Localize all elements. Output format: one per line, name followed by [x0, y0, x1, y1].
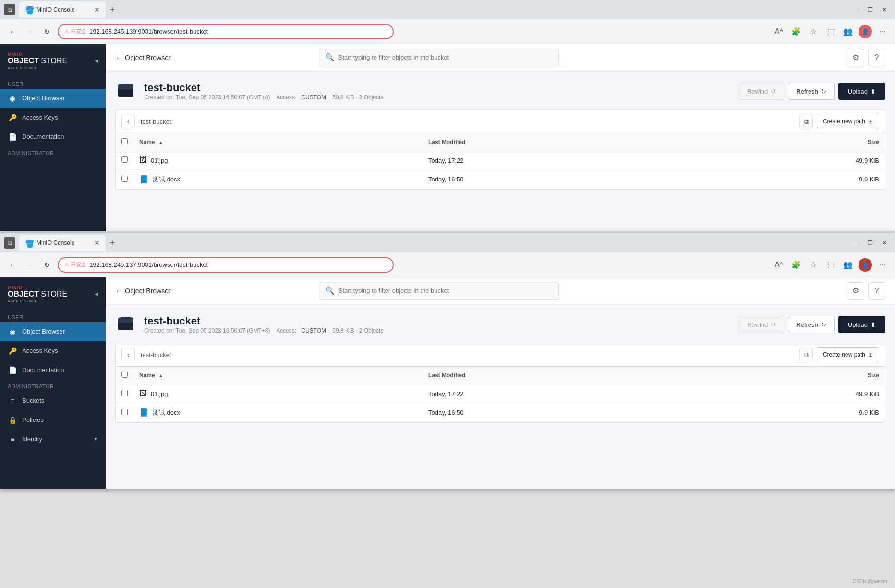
header-size-2[interactable]: Size: [691, 367, 885, 384]
minimize-button-2[interactable]: —: [849, 238, 862, 248]
user-avatar-2[interactable]: 👤: [859, 258, 872, 272]
browser-tab-1[interactable]: 🪣 MinIO Console ✕: [19, 1, 106, 18]
url-bar-2[interactable]: ⚠ 不安全 192.168.245.137:9001/browser/test-…: [58, 257, 394, 273]
menu-icon-1[interactable]: ···: [876, 25, 889, 38]
address-bar-actions-1: Aᴬ 🧩 ☆ ⬚ 👥 👤 ···: [772, 25, 889, 38]
file-icon-1-0: 🖼: [139, 156, 147, 165]
tab-close-1[interactable]: ✕: [94, 6, 100, 13]
rewind-label-1: Rewind: [747, 88, 768, 95]
sidebar-item-documentation-2[interactable]: 📄 Documentation: [0, 360, 106, 380]
path-input-2[interactable]: [139, 348, 796, 361]
reload-button-2[interactable]: ↻: [40, 258, 54, 272]
collections-icon-1[interactable]: ⬚: [824, 25, 837, 38]
search-input-1[interactable]: [339, 54, 553, 61]
sidebar-item-object-browser-1[interactable]: ◉ Object Browser: [0, 89, 106, 108]
copy-path-btn-2[interactable]: ⧉: [799, 348, 813, 361]
tab-switcher-icon[interactable]: ⧉: [4, 4, 15, 15]
create-path-label-2: Create new path: [823, 351, 865, 358]
rewind-button-1[interactable]: Rewind ↺: [739, 83, 784, 100]
path-input-1[interactable]: [139, 115, 796, 128]
close-button-1[interactable]: ✕: [878, 5, 891, 14]
create-path-button-2[interactable]: Create new path ⊞: [817, 347, 879, 362]
sidebar-item-access-keys-1[interactable]: 🔑 Access Keys: [0, 108, 106, 127]
user-avatar-1[interactable]: 👤: [859, 25, 872, 38]
profiles-icon-1[interactable]: 👥: [841, 25, 855, 38]
maximize-button-1[interactable]: ❐: [863, 5, 877, 14]
file-icon-2-0: 🖼: [139, 389, 147, 398]
url-bar-1[interactable]: ⚠ 不安全 192.168.245.139:9001/browser/test-…: [58, 24, 394, 39]
header-name-2[interactable]: Name ▲: [133, 367, 423, 384]
sidebar-collapse-1[interactable]: ◂: [95, 57, 98, 64]
forward-button-2[interactable]: →: [23, 258, 36, 272]
header-last-modified-2[interactable]: Last Modified: [423, 367, 691, 384]
title-bar-1: ⧉ 🪣 MinIO Console ✕ + — ❐ ✕: [0, 0, 895, 19]
refresh-button-1[interactable]: Refresh ↻: [788, 83, 835, 100]
create-path-button-1[interactable]: Create new path ⊞: [817, 114, 879, 129]
path-back-btn-2[interactable]: ‹: [121, 348, 135, 361]
maximize-button-2[interactable]: ❐: [863, 238, 877, 248]
extensions-icon-1[interactable]: 🧩: [789, 25, 803, 38]
row-checkbox-1-0[interactable]: [121, 156, 128, 163]
settings-icon-btn-1[interactable]: ⚙: [847, 49, 864, 66]
back-button-1[interactable]: ←: [6, 25, 19, 38]
table-row[interactable]: 🖼 01.jpg Today, 17:22 49.9 KiB: [116, 384, 885, 403]
sidebar-item-policies-2[interactable]: 🔒 Policies: [0, 410, 106, 430]
search-icon-2: 🔍: [325, 286, 335, 295]
menu-icon-2[interactable]: ···: [876, 258, 889, 272]
header-size-1[interactable]: Size: [691, 133, 885, 151]
table-row[interactable]: 🖼 01.jpg Today, 17:22 49.9 KiB: [116, 151, 885, 170]
close-button-2[interactable]: ✕: [878, 238, 891, 248]
sidebar-item-label-object-browser-2: Object Browser: [22, 328, 65, 335]
bucket-actions-2: Rewind ↺ Refresh ↻ Upload ⬆: [739, 316, 885, 333]
tab-close-2[interactable]: ✕: [94, 240, 100, 246]
rewind-button-2[interactable]: Rewind ↺: [739, 316, 784, 333]
search-bar-1[interactable]: 🔍: [319, 49, 559, 66]
favorites-icon-1[interactable]: ☆: [807, 25, 820, 38]
header-name-1[interactable]: Name ▲: [133, 133, 423, 151]
table-row[interactable]: 📘 测试.docx Today, 16:50 9.9 KiB: [116, 170, 885, 189]
documentation-icon-1: 📄: [8, 132, 17, 142]
upload-button-1[interactable]: Upload ⬆: [838, 83, 885, 100]
new-tab-button-1[interactable]: +: [106, 3, 119, 16]
reload-button-1[interactable]: ↻: [40, 25, 54, 38]
search-input-2[interactable]: [339, 287, 553, 294]
path-back-btn-1[interactable]: ‹: [121, 115, 135, 128]
settings-icon-btn-2[interactable]: ⚙: [847, 282, 864, 300]
sidebar-item-buckets-2[interactable]: ≡ Buckets: [0, 391, 106, 410]
table-row[interactable]: 📘 测试.docx Today, 16:50 9.9 KiB: [116, 403, 885, 422]
sidebar-item-object-browser-2[interactable]: ◉ Object Browser: [0, 322, 106, 341]
new-tab-button-2[interactable]: +: [106, 236, 119, 250]
tab-switcher-icon-2[interactable]: ⧉: [4, 237, 15, 249]
help-icon-btn-1[interactable]: ?: [868, 49, 885, 66]
row-checkbox-2-0[interactable]: [121, 390, 128, 396]
row-checkbox-1-1[interactable]: [121, 176, 128, 182]
row-checkbox-2-1[interactable]: [121, 409, 128, 415]
sidebar-item-documentation-1[interactable]: 📄 Documentation: [0, 127, 106, 146]
help-icon-btn-2[interactable]: ?: [868, 282, 885, 300]
sidebar-collapse-2[interactable]: ◂: [95, 290, 98, 298]
back-button-2[interactable]: ←: [6, 258, 19, 272]
reader-mode-icon-2[interactable]: Aᴬ: [772, 258, 786, 272]
row-name-cell-2-1: 📘 测试.docx: [133, 403, 423, 422]
copy-path-btn-1[interactable]: ⧉: [799, 115, 813, 128]
reader-mode-icon-1[interactable]: Aᴬ: [772, 25, 786, 38]
refresh-button-2[interactable]: Refresh ↻: [788, 316, 835, 333]
select-all-checkbox-2[interactable]: [121, 372, 128, 378]
file-table-body-2: 🖼 01.jpg Today, 17:22 49.9 KiB: [116, 384, 885, 422]
collections-icon-2[interactable]: ⬚: [824, 258, 837, 272]
back-nav-2[interactable]: ← Object Browser: [115, 287, 171, 295]
minimize-button-1[interactable]: —: [849, 5, 862, 14]
profiles-icon-2[interactable]: 👥: [841, 258, 855, 272]
header-last-modified-1[interactable]: Last Modified: [423, 133, 691, 151]
extensions-icon-2[interactable]: 🧩: [789, 258, 803, 272]
sidebar-item-access-keys-2[interactable]: 🔑 Access Keys: [0, 341, 106, 360]
search-bar-2[interactable]: 🔍: [319, 282, 559, 300]
sidebar-item-label-documentation-1: Documentation: [22, 133, 64, 140]
browser-tab-2[interactable]: 🪣 MinIO Console ✕: [19, 235, 106, 251]
sidebar-item-identity-2[interactable]: ≡ Identity ▼: [0, 430, 106, 449]
back-nav-1[interactable]: ← Object Browser: [115, 54, 171, 61]
favorites-icon-2[interactable]: ☆: [807, 258, 820, 272]
select-all-checkbox-1[interactable]: [121, 138, 128, 144]
forward-button-1[interactable]: →: [23, 25, 36, 38]
upload-button-2[interactable]: Upload ⬆: [838, 316, 885, 333]
